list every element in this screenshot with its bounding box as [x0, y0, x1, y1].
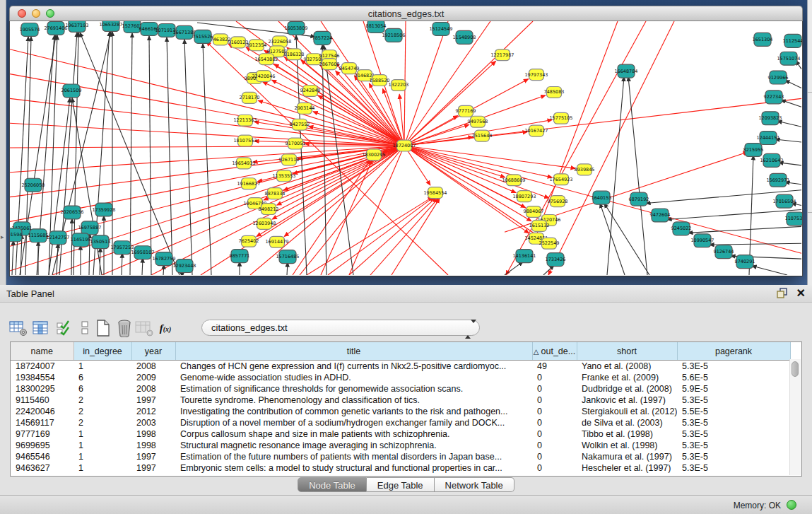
table-cell[interactable]: Tibbo et al. (1998)	[577, 428, 677, 440]
function-builder-icon[interactable]: f(x)	[155, 318, 175, 338]
table-cell[interactable]: 2	[73, 395, 131, 406]
show-columns-icon[interactable]	[31, 318, 51, 338]
table-cell[interactable]: 9463627	[11, 462, 73, 474]
table-cell[interactable]: 19384554	[11, 372, 73, 383]
table-row[interactable]: 1938455462009Genome-wide association stu…	[11, 372, 790, 383]
table-cell[interactable]: 9115460	[11, 395, 73, 406]
table-cell[interactable]: 1998	[131, 440, 175, 451]
table-cell[interactable]: Corpus callosum shape and size in male p…	[175, 428, 532, 440]
table-cell[interactable]: Structural magnetic resonance image aver…	[175, 440, 532, 451]
network-window-titlebar[interactable]: citations_edges.txt	[9, 6, 803, 21]
table-cell[interactable]: 9777169	[11, 428, 73, 440]
network-view-window[interactable]: citations_edges.txt 18724007232260589127…	[9, 6, 803, 276]
table-row[interactable]: 969969511998Structural magnetic resonanc…	[11, 440, 790, 451]
tab-node-table[interactable]: Node Table	[298, 477, 367, 492]
right-panel-edge[interactable]	[807, 0, 812, 285]
rows-icon[interactable]	[75, 318, 95, 338]
float-window-icon[interactable]	[777, 288, 788, 299]
table-cell[interactable]: 2	[73, 406, 131, 417]
table-cell[interactable]: Wolkin et al. (1998)	[577, 440, 677, 451]
table-cell[interactable]: de Silva et al. (2003)	[577, 417, 677, 428]
table-cell[interactable]: Dudbridge et al. (2008)	[577, 383, 677, 395]
table-cell[interactable]: 0	[532, 428, 577, 440]
select-columns-icon[interactable]	[54, 318, 73, 338]
table-cell[interactable]: 2008	[131, 383, 175, 395]
table-cell[interactable]: 2	[73, 417, 131, 428]
column-header-out_de[interactable]: △out_de...	[532, 342, 577, 361]
table-row[interactable]: 1872400712008Changes of HCN gene express…	[11, 361, 790, 373]
column-header-in_degree[interactable]: in_degree	[73, 342, 131, 361]
table-cell[interactable]: Franke et al. (2009)	[577, 372, 677, 383]
table-cell[interactable]: 49	[532, 361, 577, 373]
table-row[interactable]: 911546021997Tourette syndrome. Phenomeno…	[11, 395, 790, 406]
table-cell[interactable]: 1	[73, 462, 131, 474]
table-cell[interactable]: Changes of HCN gene expression and I(f) …	[175, 361, 532, 373]
table-cell[interactable]: 1	[73, 451, 131, 462]
table-cell[interactable]: 5.3E-5	[677, 462, 790, 474]
table-cell[interactable]: 5.3E-5	[677, 395, 790, 406]
table-cell[interactable]: 14569117	[11, 417, 73, 428]
table-cell[interactable]: 18300295	[11, 383, 73, 395]
network-graph-canvas[interactable]: 1872400723226058912750581863281654388298…	[9, 21, 803, 276]
table-cell[interactable]: Stergiakouli et al. (2012)	[577, 406, 677, 417]
table-cell[interactable]: 2003	[131, 417, 175, 428]
table-cell[interactable]: 2012	[131, 406, 175, 417]
table-cell[interactable]: 1997	[131, 451, 175, 462]
table-cell[interactable]: 5.6E-5	[677, 372, 790, 383]
column-header-year[interactable]: year	[131, 342, 175, 361]
table-cell[interactable]: 0	[532, 395, 577, 406]
table-cell[interactable]: 9465546	[11, 451, 73, 462]
table-cell[interactable]: 1997	[131, 395, 175, 406]
column-header-name[interactable]: name	[11, 342, 73, 361]
table-settings-icon[interactable]	[8, 318, 28, 338]
tab-network-table[interactable]: Network Table	[435, 477, 514, 492]
table-cell[interactable]: 1	[73, 361, 131, 373]
table-cell[interactable]: 0	[532, 451, 577, 462]
table-cell[interactable]: Nakamura et al. (1997)	[577, 451, 677, 462]
table-selector-dropdown[interactable]: citations_edges.txt	[201, 320, 480, 336]
table-cell[interactable]: 0	[532, 417, 577, 428]
table-cell[interactable]: Hescheler et al. (1997)	[577, 462, 677, 474]
table-cell[interactable]: 5.3E-5	[677, 361, 790, 373]
table-cell[interactable]: 2009	[131, 372, 175, 383]
table-cell[interactable]: Estimation of significance thresholds fo…	[175, 383, 532, 395]
table-cell[interactable]: 1997	[131, 462, 175, 474]
table-cell[interactable]: 5.3E-5	[677, 440, 790, 451]
delete-table-icon[interactable]	[114, 318, 134, 338]
table-cell[interactable]: 18724007	[11, 361, 73, 373]
table-cell[interactable]: 0	[532, 372, 577, 383]
citation-network-graph[interactable]: 1872400723226058912750581863281654388298…	[10, 21, 802, 275]
table-scrollbar[interactable]	[789, 359, 801, 475]
table-cell[interactable]: 5.9E-5	[677, 383, 790, 395]
table-cell[interactable]: Disruption of a novel member of a sodium…	[175, 417, 532, 428]
column-header-title[interactable]: title	[175, 342, 532, 361]
table-row[interactable]: 1830029562008Estimation of significance …	[11, 383, 790, 395]
table-cell[interactable]: Estimation of the future numbers of pati…	[175, 451, 532, 462]
table-cell[interactable]: 0	[532, 406, 577, 417]
table-cell[interactable]: 0	[532, 440, 577, 451]
tab-edge-table[interactable]: Edge Table	[367, 477, 435, 492]
table-cell[interactable]: Investigating the contribution of common…	[175, 406, 532, 417]
left-panel-edge[interactable]: ▸	[0, 0, 6, 285]
table-scrollbar-thumb[interactable]	[792, 361, 799, 377]
table-cell[interactable]: 5.5E-5	[677, 406, 790, 417]
column-header-pagerank[interactable]: pagerank	[677, 342, 790, 361]
table-cell[interactable]: Jankovic et al. (1997)	[577, 395, 677, 406]
table-cell[interactable]: 5.3E-5	[677, 428, 790, 440]
table-panel-titlebar[interactable]: Table Panel ✕	[0, 285, 812, 303]
panel-splitter-handle[interactable]	[400, 279, 413, 284]
table-cell[interactable]: Genome-wide association studies in ADHD.	[175, 372, 532, 383]
table-cell[interactable]: 6	[73, 372, 131, 383]
table-cell[interactable]: 22420046	[11, 406, 73, 417]
close-icon[interactable]: ✕	[796, 286, 806, 300]
table-row[interactable]: 977716911998Corpus callosum shape and si…	[11, 428, 790, 440]
table-row[interactable]: 2242004622012Investigating the contribut…	[11, 406, 790, 417]
table-cell[interactable]: 1	[73, 440, 131, 451]
table-cell[interactable]: 1	[73, 428, 131, 440]
table-cell[interactable]: 1998	[131, 428, 175, 440]
table-cell[interactable]: 0	[532, 462, 577, 474]
table-row[interactable]: 946362711997Embryonic stem cells: a mode…	[11, 462, 790, 474]
table-cell[interactable]: Yano et al. (2008)	[577, 361, 677, 373]
new-table-icon[interactable]	[93, 318, 113, 338]
table-cell[interactable]: 6	[73, 383, 131, 395]
